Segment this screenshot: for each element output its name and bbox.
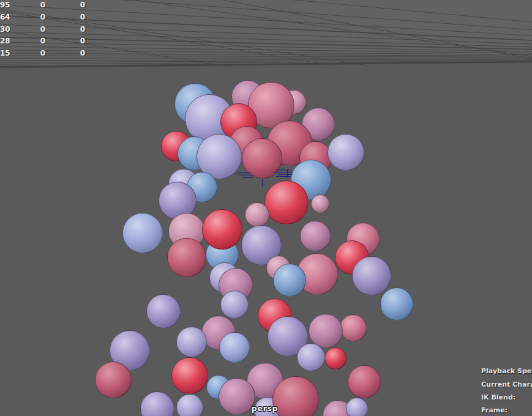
camera-label: persp: [252, 404, 278, 413]
sphere-purple[interactable]: [146, 294, 181, 329]
hud-label: Frame:: [481, 406, 508, 414]
sphere-red[interactable]: [264, 180, 309, 225]
sphere-rose[interactable]: [340, 314, 367, 341]
sphere-red[interactable]: [324, 347, 347, 370]
sphere-blue[interactable]: [273, 264, 306, 297]
poly-count-value: 0: [77, 13, 88, 21]
sphere-lavender[interactable]: [346, 398, 368, 416]
poly-count-value: 0: [37, 50, 48, 58]
hud-label: Current Character:: [481, 381, 532, 388]
sphere-blue[interactable]: [380, 288, 413, 321]
poly-count-value: 64: [0, 13, 10, 21]
poly-count-value: 28: [0, 37, 10, 45]
sphere-mauve[interactable]: [219, 378, 255, 415]
perspective-viewport[interactable]: 95006400300028001500 Playback Speed:Curr…: [0, 0, 532, 416]
sphere-darkrose[interactable]: [167, 238, 206, 277]
poly-count-value: 0: [37, 13, 48, 21]
poly-count-value: 0: [37, 26, 48, 34]
hud-label: IK Blend:: [481, 393, 515, 401]
sphere-purple[interactable]: [352, 256, 391, 295]
poly-count-value: 0: [77, 1, 88, 9]
sphere-darkrose[interactable]: [95, 362, 132, 398]
sphere-layer: [0, 0, 532, 416]
sphere-purple[interactable]: [140, 392, 174, 416]
sphere-periwinkle[interactable]: [219, 332, 250, 363]
hud-label: Playback Speed:: [481, 367, 532, 375]
sphere-mauve[interactable]: [300, 221, 331, 251]
sphere-darkrose[interactable]: [348, 365, 381, 398]
sphere-lavender[interactable]: [297, 343, 325, 371]
sphere-pink[interactable]: [245, 202, 269, 227]
poly-count-value: 0: [77, 37, 88, 45]
poly-count-value: 30: [0, 26, 10, 34]
sphere-periwinkle[interactable]: [122, 213, 163, 253]
poly-count-value: 0: [77, 50, 88, 58]
poly-count-value: 0: [37, 37, 48, 45]
sphere-lavender[interactable]: [176, 327, 207, 357]
poly-count-value: 0: [37, 1, 48, 9]
sphere-lavender[interactable]: [328, 134, 364, 171]
poly-count-value: 95: [0, 1, 10, 9]
sphere-darkrose[interactable]: [272, 376, 319, 416]
sphere-lavender[interactable]: [220, 291, 249, 319]
sphere-red[interactable]: [171, 357, 208, 394]
poly-count-value: 15: [0, 50, 10, 58]
sphere-darkrose[interactable]: [242, 138, 282, 179]
sphere-red[interactable]: [202, 209, 242, 250]
poly-count-value: 0: [77, 26, 88, 34]
sphere-lavender[interactable]: [176, 394, 203, 416]
sphere-pink[interactable]: [311, 195, 329, 213]
